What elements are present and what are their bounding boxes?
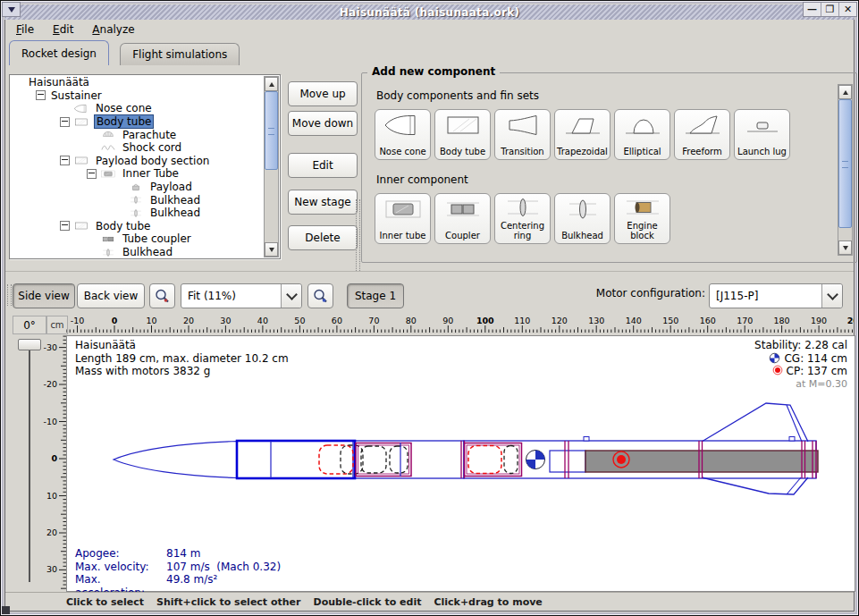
delete-button[interactable]: Delete <box>288 225 358 250</box>
toolbar-grip[interactable] <box>7 284 12 306</box>
add-elliptical-button[interactable]: Elliptical <box>614 109 670 160</box>
component-scrollbar[interactable] <box>838 84 853 256</box>
svg-text:130: 130 <box>588 316 604 325</box>
bulkhead-icon <box>128 195 144 205</box>
add-freeform-button[interactable]: Freeform <box>674 109 730 160</box>
window-menu-button[interactable] <box>2 2 21 17</box>
tree-expander-icon[interactable] <box>60 221 70 231</box>
tree-item-label: Bulkhead <box>148 194 202 207</box>
tree-expander-icon[interactable] <box>60 117 70 127</box>
tree-expander-icon[interactable] <box>60 156 70 165</box>
add-trapezoidal-button[interactable]: Trapezoidal <box>554 109 611 160</box>
tree-item-parachute[interactable]: Parachute <box>11 128 265 141</box>
rocket-canvas[interactable]: HaisunäätäLength 189 cm, max. diameter 1… <box>66 335 855 592</box>
scroll-up-button[interactable] <box>265 77 278 91</box>
cg-value: CG: 114 cm <box>784 352 847 366</box>
menu-edit[interactable]: Edit <box>45 21 81 38</box>
menu-analyze[interactable]: Analyze <box>84 21 142 38</box>
zoom-in-button[interactable] <box>307 283 333 308</box>
flight-value: 107 m/s (Mach 0.32) <box>166 561 281 574</box>
tree-item-bulkhead[interactable]: Bulkhead <box>11 193 265 207</box>
hint-bar: Click to selectShift+click to select oth… <box>5 592 854 611</box>
combo-arrow[interactable] <box>821 284 842 308</box>
group-title: Add new component <box>367 65 500 78</box>
design-view: 0° cm -100102030405060708090100110120130… <box>5 311 854 592</box>
tab-flight-simulations[interactable]: Flight simulations <box>120 43 240 65</box>
resize-corner[interactable] <box>2 606 10 614</box>
zoom-out-button[interactable] <box>149 283 175 308</box>
tree-item-body-tube[interactable]: Body tube <box>11 220 265 233</box>
add-engine-block-button[interactable]: Engine block <box>614 193 670 244</box>
edit-button[interactable]: Edit <box>288 153 358 178</box>
tree-scrollbar[interactable] <box>264 76 279 257</box>
tree-item-payload[interactable]: Payload <box>11 181 265 194</box>
move-up-button[interactable]: Move up <box>288 81 358 106</box>
tree-item-bulkhead[interactable]: Bulkhead <box>11 207 265 220</box>
tree-expander-icon[interactable] <box>87 169 97 179</box>
side-view-button[interactable]: Side view <box>13 283 75 308</box>
launch-lug-icon <box>742 114 783 137</box>
scroll-down-button[interactable] <box>265 242 278 257</box>
arrow-up-icon <box>269 82 274 87</box>
tree-item-bulkhead[interactable]: Bulkhead <box>11 246 265 257</box>
hint-text: Shift+click to select other <box>156 596 301 608</box>
add-body-tube-button[interactable]: Body tube <box>434 109 491 160</box>
move-down-button[interactable]: Move down <box>288 111 358 136</box>
window-controls: — ❐ ✕ <box>803 2 857 17</box>
tree-item-tube-coupler[interactable]: Tube coupler <box>11 232 265 246</box>
titlebar[interactable]: Haisunäätä (haisunaata.ork) <box>4 4 855 20</box>
tree-item-payload-body-section[interactable]: Payload body section <box>11 155 265 168</box>
rocket-design-panel: HaisunäätäSustainerNose coneBody tubePar… <box>5 65 854 271</box>
slider-handle[interactable] <box>18 339 41 350</box>
tree-expander-icon[interactable] <box>36 90 46 100</box>
component-label: Centering ring <box>495 222 550 240</box>
close-button[interactable]: ✕ <box>838 3 856 16</box>
svg-text:40: 40 <box>257 316 268 325</box>
add-transition-button[interactable]: Transition <box>494 109 551 160</box>
rotation-indicator: 0° <box>13 316 46 334</box>
tree-item-body-tube[interactable]: Body tube <box>11 115 265 129</box>
component-tree[interactable]: HaisunäätäSustainerNose coneBody tubePar… <box>9 74 281 259</box>
tree-item-inner-tube[interactable]: Inner Tube <box>11 167 265 181</box>
motor-configuration-select[interactable]: [J115-P] <box>709 283 843 308</box>
scroll-down-button[interactable] <box>838 240 852 255</box>
combo-arrow[interactable] <box>281 284 301 308</box>
body-tube-icon <box>73 156 89 165</box>
add-bulkhead-button[interactable]: Bulkhead <box>554 193 611 244</box>
tree-item-sustainer[interactable]: Sustainer <box>11 89 265 103</box>
add-launch-lug-button[interactable]: Launch lug <box>734 109 790 160</box>
maximize-button[interactable]: ❐ <box>821 3 838 16</box>
rocket-info: HaisunäätäLength 189 cm, max. diameter 1… <box>75 339 289 378</box>
magnifier-icon <box>154 288 171 305</box>
arrow-down-icon <box>269 248 274 252</box>
group-label: Inner component <box>376 173 468 186</box>
tree-item-label: Bulkhead <box>148 207 202 219</box>
tree-item-nose-cone[interactable]: Nose cone <box>11 102 265 115</box>
svg-text:20: 20 <box>183 316 194 325</box>
elliptical-icon <box>622 114 663 137</box>
rotation-slider[interactable] <box>16 337 41 586</box>
stage-1-toggle[interactable]: Stage 1 <box>347 283 404 308</box>
new-stage-button[interactable]: New stage <box>288 190 358 215</box>
svg-text:190: 190 <box>811 316 827 325</box>
scrollbar-thumb[interactable] <box>265 91 278 170</box>
tab-rocket-design[interactable]: Rocket design <box>9 40 109 65</box>
back-view-button[interactable]: Back view <box>77 283 145 308</box>
flight-data-row: Apogee:814 m <box>75 547 281 561</box>
add-nose-cone-button[interactable]: Nose cone <box>375 109 431 160</box>
tree-item-shock-cord[interactable]: Shock cord <box>11 141 265 155</box>
scroll-up-button[interactable] <box>838 85 852 99</box>
svg-text:30: 30 <box>220 316 231 325</box>
tree-item-label: Body tube <box>94 220 152 232</box>
add-inner-tube-button[interactable]: Inner tube <box>375 193 431 244</box>
panel-grip[interactable] <box>356 199 360 271</box>
scrollbar-thumb[interactable] <box>838 99 852 228</box>
minimize-button[interactable]: — <box>804 3 821 16</box>
add-coupler-button[interactable]: Coupler <box>434 193 491 244</box>
tree-item-haisunäätä[interactable]: Haisunäätä <box>11 76 265 89</box>
add-centering-ring-button[interactable]: Centering ring <box>494 193 551 244</box>
menu-file[interactable]: File <box>8 21 42 38</box>
zoom-select[interactable]: Fit (11%) <box>181 283 302 308</box>
cp-value: CP: 137 cm <box>787 365 847 378</box>
engine-block-icon <box>622 196 663 219</box>
